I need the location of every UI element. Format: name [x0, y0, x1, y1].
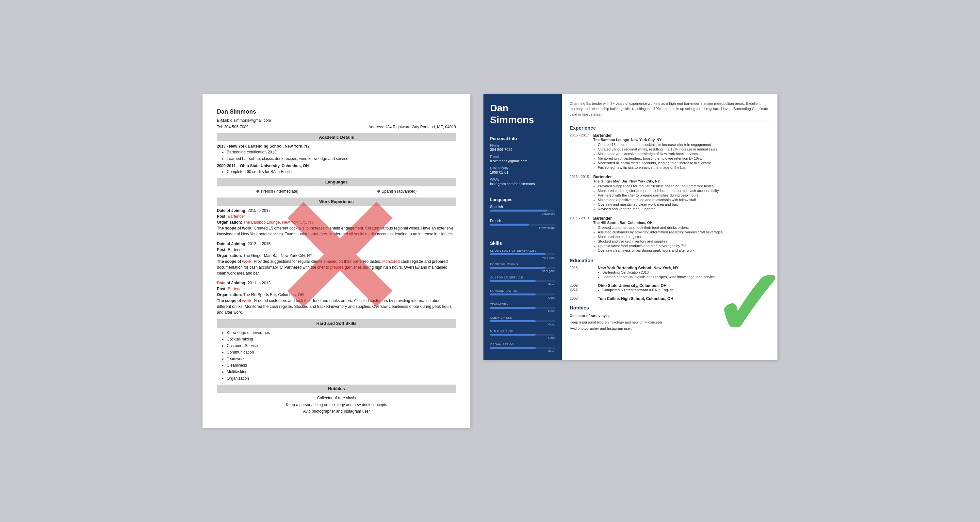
skill-bar	[490, 294, 536, 295]
lang-spanish: Spanish (advanced)	[377, 188, 417, 194]
skill-bar	[490, 267, 546, 269]
skill-cleanliness: CLEANLINESS Good	[490, 316, 555, 326]
lang-spanish-sidebar: Spanish Advanced	[490, 205, 555, 216]
personal-info-title: Personal Info	[490, 136, 555, 141]
languages-section: Languages Spanish Advanced French Interm…	[484, 193, 562, 237]
list-item: Cocktail mixing	[227, 336, 456, 342]
list-item: Customer Service	[227, 343, 456, 349]
personal-info-section: Personal Info Phone 304-506-7089 E-mail …	[484, 132, 562, 193]
lang-bar-fill	[490, 209, 547, 211]
skills-list: Knowledge of beverages Cocktail mixing C…	[227, 330, 456, 381]
list-item: Completed 60 credits for BA in English	[227, 169, 456, 175]
list-item: Knowledge of beverages	[227, 330, 456, 336]
hobbies-content: Collector of rare vinyls Keep a personal…	[217, 395, 456, 415]
resume-bad: ✕ Dan Simmons E-Mail: d.simmons@gmail.co…	[202, 94, 470, 428]
list-item: Curated various regional wines, resultin…	[598, 147, 718, 151]
skill-bar	[490, 320, 536, 322]
list-item: Organization	[227, 375, 456, 381]
list-item: Multitasking	[227, 369, 456, 375]
exp-content-2: Bartender The Ginger Man Bar, New York C…	[593, 175, 720, 211]
list-item: Moderated all social media accounts, lea…	[598, 161, 718, 165]
left-email: E-Mail: d.simmons@gmail.com	[217, 117, 456, 124]
bullet-icon	[256, 190, 259, 193]
skill-bar	[490, 347, 536, 349]
academic-header: Academic Details	[217, 133, 456, 142]
main-container: ✕ Dan Simmons E-Mail: d.simmons@gmail.co…	[189, 81, 791, 441]
experience-title: Experience	[570, 125, 770, 130]
list-item: Learned bar set-up, classic drink recipe…	[602, 275, 716, 279]
www-item: WWW instagram.com/dansimmons	[490, 178, 555, 186]
list-item: Created 15 different themed cocktails to…	[598, 143, 718, 147]
left-name: Dan Simmons	[217, 107, 456, 116]
hobbies-header: Hobbies	[217, 385, 456, 393]
languages-title: Languages	[490, 197, 555, 202]
lang-french: French (intermediate)	[256, 188, 299, 194]
lang-bar-bg	[490, 209, 555, 211]
list-item: Fashioned new tip jars to enhance the im…	[598, 165, 718, 170]
list-item: Greeted customers and took their food an…	[598, 225, 724, 230]
list-item: Provided suggestions for regular cliente…	[598, 184, 720, 188]
list-item: Stocked and tracked inventory and suppli…	[598, 239, 724, 243]
lang-french-sidebar: French Intermediate	[490, 219, 555, 230]
edu-content-2: Ohio State University, Columbus, OH Comp…	[598, 283, 674, 292]
exp-content-1: Bartender The Bamboo Lounge, New York Ci…	[593, 133, 718, 170]
skill-bar	[490, 280, 536, 282]
hobby-1: Collector of rare vinyls.	[570, 313, 770, 319]
list-item: Maintained a positive attitude and relat…	[598, 198, 720, 202]
edu-content-3: Tom Collins High School, Columbus, OH	[598, 297, 673, 301]
work-entry-2: Date of Joining: 2013 to 2015 Post: Bart…	[217, 241, 456, 276]
list-item: Maintained an extensive knowledge of New…	[598, 152, 718, 156]
list-item: Partnered with the chef to prepare garni…	[598, 193, 720, 197]
list-item: Assisted customers by providing informat…	[598, 230, 724, 234]
hobbies-right-title: Hobbies	[570, 305, 770, 311]
list-item: Oversaw cleanliness of bar during peak h…	[598, 248, 724, 252]
work-entry-1: Date of Joining: 2015 to 2017 Post: Bart…	[217, 208, 456, 237]
exp-entry-2: 2013 - 2015 Bartender The Ginger Man Bar…	[570, 175, 770, 211]
left-tel: Tel: 304-506-7089	[217, 124, 248, 130]
exp-entry-1: 2015 - 2017 Bartender The Bamboo Lounge,…	[570, 133, 770, 170]
hobby-2: Keep a personal blog on mixology and new…	[570, 320, 770, 325]
academic-2009: 2009-2011 – Ohio State University, Colum…	[217, 163, 456, 169]
lang-bar-bg	[490, 224, 555, 225]
skills-title: Skills	[490, 241, 555, 246]
resume-good: ✓ Dan Simmons Personal Info Phone 304-50…	[484, 94, 778, 360]
list-item: Monitored the cash register.	[598, 235, 724, 239]
dob-item: Date of birth 1990-01-01	[490, 167, 555, 175]
lang-bar-fill	[490, 224, 529, 225]
list-item: Up-sold latest food products and craft b…	[598, 244, 724, 248]
academic-2009-list: Completed 60 credits for BA in English	[227, 169, 456, 175]
skill-knowledge: KNOWLEDGE OF BEVERAGES Very good	[490, 249, 555, 259]
hobby-3: Avid photographer and Instagram user.	[570, 326, 770, 332]
edu-entry-2: 2009 -2011 Ohio State University, Columb…	[570, 283, 770, 292]
list-item: Mentored junior bartenders, boosting emp…	[598, 156, 718, 160]
edu-content-1: New York Bartending School, New York, NY…	[598, 266, 716, 279]
skills-header: Hard and Soft Skills	[217, 319, 456, 328]
education-title: Education	[570, 257, 770, 263]
languages-row: French (intermediate) Spanish (advanced)	[217, 188, 456, 194]
skill-bar	[490, 334, 536, 336]
skill-cocktail: COCKTAIL MIXING Very good	[490, 262, 555, 273]
list-item: Bartending Certification 2013	[602, 270, 716, 274]
list-item: Completed 60 credits toward a BA in Engl…	[602, 288, 674, 292]
right-name: Dan Simmons	[490, 102, 555, 126]
hobbies-right-content: Collector of rare vinyls. Keep a persona…	[570, 313, 770, 332]
list-item: Oversaw and maintained clean work area a…	[598, 202, 720, 206]
summary-text: Charming Bartender with 5+ years of expe…	[570, 101, 770, 121]
edu-entry-3: 2008 Tom Collins High School, Columbus, …	[570, 297, 770, 301]
academic-2013-list: Bartending certification 2013 Learned ba…	[227, 149, 456, 162]
work-entry-3: Date of Joining: 2011 to 2013 Post: Bart…	[217, 280, 456, 315]
list-item: Learned bar set-up, classic drink recipe…	[227, 156, 456, 162]
skill-organization: ORGANIZATION Good	[490, 343, 555, 353]
academic-2013: 2013 - New York Bartending School, New Y…	[217, 143, 456, 149]
right-main-content: Charming Bartender with 5+ years of expe…	[562, 94, 778, 360]
list-item: Revised and kept the menu updated.	[598, 207, 720, 211]
skill-teamwork: TEAMWORK Good	[490, 303, 555, 313]
skill-communication: COMMUNICATION Good	[490, 289, 555, 299]
skill-customer: CUSTOMER SERVICE Good	[490, 276, 555, 286]
list-item: Communication	[227, 349, 456, 355]
skill-bar	[490, 307, 536, 309]
left-contact-row: Tel: 304-506-7089 Address: 134 Rightward…	[217, 124, 456, 130]
exp-content-3: Bartender The Hill Sports Bar, Columbus,…	[593, 216, 724, 253]
list-item: Bartending certification 2013	[227, 149, 456, 155]
bullet-icon	[377, 190, 380, 193]
